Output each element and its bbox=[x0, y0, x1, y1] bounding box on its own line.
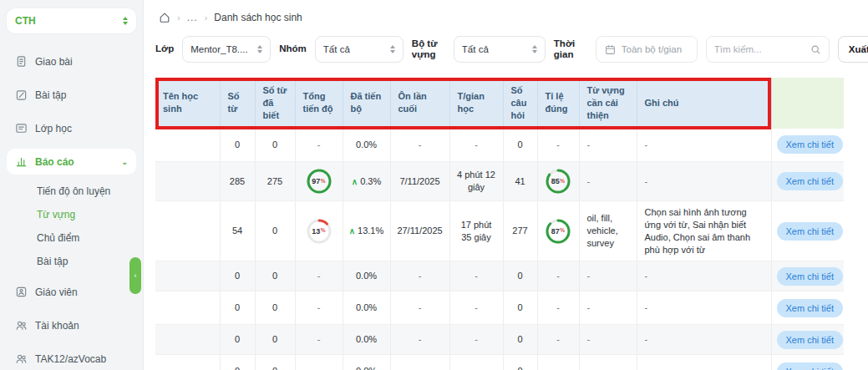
action-cell: Xem chi tiết bbox=[771, 201, 844, 261]
main-content: › ... › Danh sách học sinh Lớp Mentor_T8… bbox=[144, 0, 868, 370]
vocabset-select[interactable]: Tất cả bbox=[454, 36, 546, 63]
chevron-updown-icon bbox=[532, 45, 537, 53]
class-select[interactable]: Mentor_T8.... bbox=[182, 36, 271, 63]
app-window: CTH Giao bàiBài tậpLớp họcBáo cáo⌄Tiến đ… bbox=[0, 0, 868, 370]
last-review-cell: - bbox=[390, 325, 449, 355]
sidebar-item-4[interactable]: Giáo viên bbox=[7, 279, 136, 305]
sidebar-item-3[interactable]: Báo cáo⌄ bbox=[7, 149, 136, 175]
sidebar-item-1[interactable]: Bài tập bbox=[7, 82, 136, 108]
student-name-cell bbox=[155, 201, 220, 261]
view-detail-button[interactable]: Xem chi tiết bbox=[777, 267, 843, 286]
column-header-8: Tỉ lệ đúng bbox=[537, 78, 579, 129]
notes-cell: - bbox=[637, 129, 771, 162]
improve-words-cell: - bbox=[579, 162, 637, 201]
student-row-1: 28527597%∧0.3%7/11/20254 phút 12 giây418… bbox=[155, 162, 844, 201]
sidebar-collapse-handle[interactable]: ‹ bbox=[129, 257, 141, 294]
breadcrumb: › ... › Danh sách học sinh bbox=[155, 8, 868, 27]
sidebar-item-2[interactable]: Lớp học bbox=[7, 115, 136, 141]
students-table: Tên học sinhSố từSố từ đã biếtTổng tiến … bbox=[155, 78, 844, 370]
chevron-updown-icon bbox=[390, 45, 395, 53]
column-header-9: Từ vựng cần cải thiện bbox=[579, 78, 637, 129]
time-range-button[interactable]: Toàn bộ t/gian bbox=[596, 36, 698, 63]
word-count-cell: 0 bbox=[220, 355, 255, 370]
improve-words-cell: - bbox=[579, 325, 637, 355]
action-cell: Xem chi tiết bbox=[771, 129, 844, 162]
breadcrumb-separator: › bbox=[205, 13, 208, 23]
sidebar-subitem-1[interactable]: Từ vựng bbox=[7, 204, 136, 226]
accuracy-cell: - bbox=[537, 129, 579, 162]
search-icon[interactable] bbox=[810, 44, 821, 55]
known-words-cell: 0 bbox=[255, 261, 295, 291]
view-detail-button[interactable]: Xem chi tiết bbox=[777, 222, 843, 241]
word-count-cell: 0 bbox=[220, 325, 255, 355]
table-header: Tên học sinhSố từSố từ đã biếtTổng tiến … bbox=[155, 78, 844, 129]
student-row-6: 00-0.0%--0---Xem chi tiết bbox=[155, 355, 844, 370]
progress-ring: 13% bbox=[305, 217, 333, 246]
progress-ring: 87% bbox=[544, 217, 572, 246]
sidebar-item-0[interactable]: Giao bài bbox=[7, 48, 136, 74]
improve-words-cell: oil, fill, vehicle, survey bbox=[579, 201, 637, 261]
last-review-cell: - bbox=[390, 129, 449, 162]
column-header-7: Số câu hỏi bbox=[503, 78, 537, 129]
action-cell: Xem chi tiết bbox=[771, 325, 844, 355]
known-words-cell: 0 bbox=[255, 355, 295, 370]
accuracy-cell: - bbox=[537, 261, 579, 291]
notes-cell: - bbox=[637, 325, 771, 355]
sidebar-subitem-2[interactable]: Chủ điểm bbox=[7, 227, 136, 249]
question-count-cell: 277 bbox=[503, 201, 537, 261]
last-review-cell: 7/11/2025 bbox=[390, 162, 449, 201]
view-detail-button[interactable]: Xem chi tiết bbox=[777, 135, 843, 154]
sidebar: CTH Giao bàiBài tậpLớp họcBáo cáo⌄Tiến đ… bbox=[0, 0, 144, 370]
student-row-5: 00-0.0%--0---Xem chi tiết bbox=[155, 325, 844, 355]
progress-change-cell: ∧0.3% bbox=[343, 162, 390, 201]
chevron-down-icon: ⌄ bbox=[121, 158, 128, 166]
view-detail-button[interactable]: Xem chi tiết bbox=[777, 299, 843, 317]
progress-change-cell: 0.0% bbox=[343, 355, 390, 370]
notes-cell: - bbox=[637, 162, 771, 201]
sidebar-item-6[interactable]: TAK12/azVocab bbox=[7, 346, 136, 370]
total-progress-cell: - bbox=[295, 325, 343, 355]
column-header-11 bbox=[771, 78, 844, 129]
student-name-cell bbox=[155, 291, 220, 325]
sidebar-item-5[interactable]: Tài khoản bbox=[7, 312, 136, 338]
last-review-cell: 27/11/2025 bbox=[390, 201, 449, 261]
table-body: 00-0.0%--0---Xem chi tiết28527597%∧0.3%7… bbox=[155, 129, 844, 370]
breadcrumb-separator: › bbox=[177, 13, 180, 23]
question-count-cell: 0 bbox=[503, 355, 537, 370]
view-detail-button[interactable]: Xem chi tiết bbox=[777, 331, 843, 349]
progress-change-cell: 0.0% bbox=[343, 129, 390, 162]
accuracy-cell: 87% bbox=[537, 201, 579, 261]
question-count-cell: 0 bbox=[503, 291, 537, 325]
group-select[interactable]: Tất cả bbox=[315, 36, 404, 63]
study-time-cell: - bbox=[449, 129, 503, 162]
sidebar-subitem-3[interactable]: Bài tập bbox=[7, 251, 136, 272]
home-icon[interactable] bbox=[159, 12, 170, 23]
calendar-icon bbox=[605, 44, 616, 55]
progress-change-cell: 0.0% bbox=[343, 261, 390, 291]
known-words-cell: 275 bbox=[255, 162, 295, 201]
question-count-cell: 41 bbox=[503, 162, 537, 201]
sidebar-subitem-0[interactable]: Tiến độ ôn luyện bbox=[7, 180, 136, 202]
total-progress-cell: - bbox=[295, 291, 343, 325]
word-count-cell: 0 bbox=[220, 291, 255, 325]
export-students-button[interactable]: Xuất danh sách học sinh bbox=[838, 36, 868, 63]
breadcrumb-ellipsis[interactable]: ... bbox=[187, 12, 198, 23]
action-cell: Xem chi tiết bbox=[771, 162, 844, 201]
column-header-0: Tên học sinh bbox=[155, 78, 220, 129]
column-header-10: Ghi chú bbox=[637, 78, 771, 129]
chart-icon bbox=[15, 155, 28, 168]
progress-change-cell: ∧13.1% bbox=[343, 201, 390, 261]
view-detail-button[interactable]: Xem chi tiết bbox=[777, 362, 843, 370]
known-words-cell: 0 bbox=[255, 129, 295, 162]
column-header-5: Ôn lần cuối bbox=[390, 78, 449, 129]
search-input[interactable] bbox=[714, 44, 810, 54]
group-select-value: Tất cả bbox=[323, 44, 350, 54]
trend-up-icon: ∧ bbox=[349, 226, 355, 236]
chevron-updown-icon bbox=[123, 17, 128, 25]
sidebar-item-label: Bài tập bbox=[35, 89, 66, 101]
users-icon bbox=[15, 319, 28, 332]
student-name-cell bbox=[155, 162, 220, 201]
org-select[interactable]: CTH bbox=[7, 8, 136, 33]
view-detail-button[interactable]: Xem chi tiết bbox=[777, 172, 843, 190]
students-table-wrap: Tên học sinhSố từSố từ đã biếtTổng tiến … bbox=[155, 78, 844, 370]
